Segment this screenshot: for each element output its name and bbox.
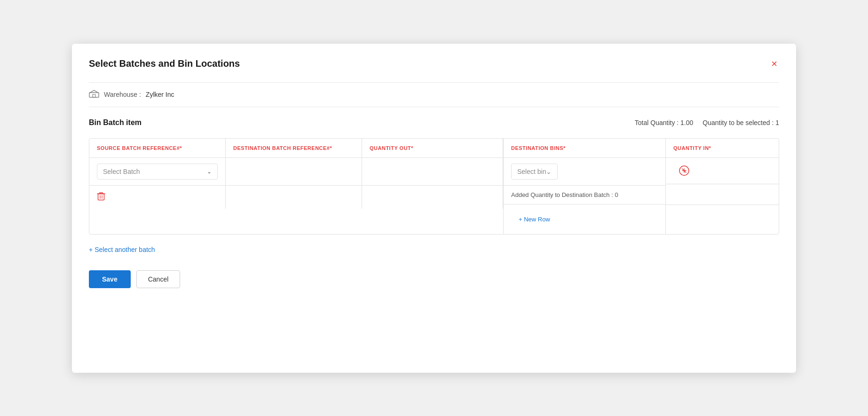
qty-empty-1: [666, 184, 779, 205]
warehouse-icon: [89, 89, 99, 100]
destination-batch-header: DESTINATION BATCH REFERENCE#*: [226, 139, 362, 157]
source-batch-cell: Select Batch ⌄: [89, 158, 226, 186]
new-row-label: + New Row: [519, 216, 550, 223]
new-row-cell: + New Row: [504, 204, 665, 234]
right-content: Select bin ⌄ Added Quantity to Destinati…: [504, 158, 779, 234]
quantity-in-header: QUANTITY IN*: [666, 139, 779, 158]
quantity-to-select: Quantity to be selected : 1: [702, 119, 779, 126]
item-section: Bin Batch item Total Quantity : 1.00 Qua…: [89, 118, 779, 127]
new-row-button[interactable]: + New Row: [511, 210, 558, 228]
added-quantity-row: Added Quantity to Destination Batch : 0: [504, 186, 665, 204]
left-columns: SOURCE BATCH REFERENCE#* DESTINATION BAT…: [89, 139, 503, 234]
total-quantity: Total Quantity : 1.00: [635, 119, 694, 126]
select-another-batch-button[interactable]: + Select another batch: [89, 246, 155, 253]
cancel-button[interactable]: Cancel: [136, 270, 181, 288]
destination-batch-bottom: [226, 186, 362, 209]
svg-rect-2: [98, 194, 104, 200]
warehouse-label: Warehouse :: [104, 91, 141, 98]
left-data-row: Select Batch ⌄: [89, 158, 503, 186]
qty-empty-2: [666, 205, 779, 216]
table-layout: SOURCE BATCH REFERENCE#* DESTINATION BAT…: [89, 139, 779, 234]
quantity-info: Total Quantity : 1.00 Quantity to be sel…: [635, 119, 779, 126]
trash-cell: [89, 186, 226, 209]
added-quantity-label: Added Quantity to Destination Batch : 0: [511, 191, 618, 198]
right-header: DESTINATION BINS* QUANTITY IN*: [504, 139, 779, 158]
bin-select-row: Select bin ⌄: [504, 158, 665, 186]
destination-batch-cell: [226, 158, 362, 186]
select-batch-label: Select Batch: [103, 168, 140, 175]
left-bottom-row: [89, 186, 503, 209]
select-batch-dropdown[interactable]: Select Batch ⌄: [97, 164, 218, 180]
modal-header: Select Batches and Bin Locations ×: [89, 57, 779, 71]
plus-icon: +: [89, 246, 93, 253]
chevron-down-icon: ⌄: [207, 168, 212, 175]
save-button[interactable]: Save: [89, 270, 131, 288]
quantity-out-bottom: [362, 186, 503, 209]
destination-bins-col: Select bin ⌄ Added Quantity to Destinati…: [504, 158, 666, 234]
bin-chevron-icon: ⌄: [546, 168, 552, 175]
source-batch-header: SOURCE BATCH REFERENCE#*: [89, 139, 226, 157]
quantity-out-cell: [362, 158, 503, 186]
right-columns: DESTINATION BINS* QUANTITY IN* Select bi…: [503, 139, 779, 234]
quantity-in-col: [666, 158, 779, 234]
delete-row-button[interactable]: [97, 191, 105, 203]
main-table: SOURCE BATCH REFERENCE#* DESTINATION BAT…: [89, 138, 779, 235]
modal-container: Select Batches and Bin Locations × Wareh…: [72, 44, 796, 373]
warehouse-row: Warehouse : Zylker Inc: [89, 82, 779, 107]
warehouse-name: Zylker Inc: [146, 91, 174, 98]
close-button[interactable]: ×: [769, 57, 779, 71]
destination-bins-header: DESTINATION BINS*: [504, 139, 666, 158]
item-name: Bin Batch item: [89, 118, 142, 127]
svg-rect-0: [89, 93, 99, 97]
left-header: SOURCE BATCH REFERENCE#* DESTINATION BAT…: [89, 139, 503, 158]
quantity-out-header: QUANTITY OUT*: [362, 139, 503, 157]
modal-title: Select Batches and Bin Locations: [89, 58, 240, 69]
svg-rect-1: [93, 94, 95, 97]
remove-bin-row-button[interactable]: [679, 165, 689, 176]
action-buttons: Save Cancel: [89, 270, 779, 288]
quantity-in-cell: [666, 158, 779, 184]
select-bin-dropdown[interactable]: Select bin ⌄: [511, 164, 558, 180]
select-another-batch-label: Select another batch: [95, 246, 155, 253]
select-bin-label: Select bin: [517, 168, 546, 175]
